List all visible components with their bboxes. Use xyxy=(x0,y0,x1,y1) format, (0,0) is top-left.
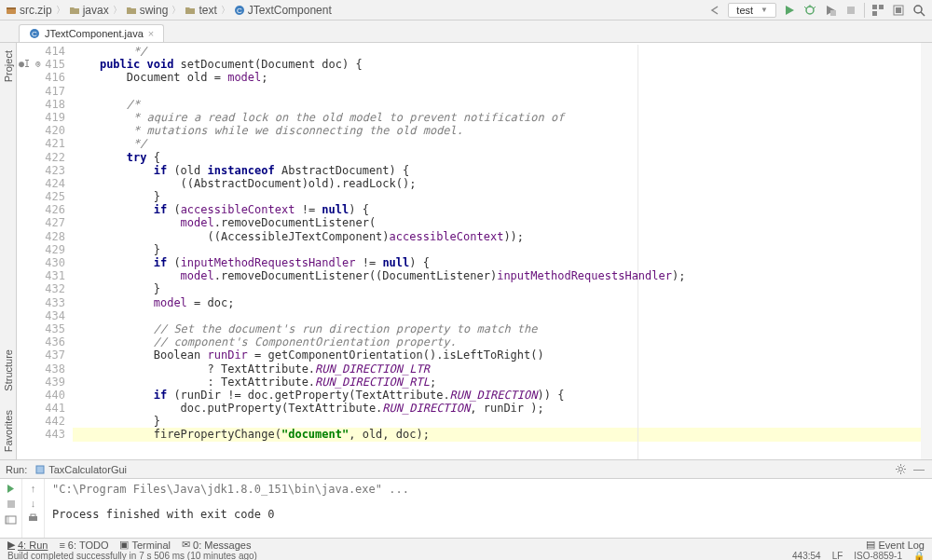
svg-text:C: C xyxy=(237,7,242,15)
breadcrumb-item[interactable]: C JTextComponent xyxy=(234,4,332,17)
chevron-right-icon: 〉 xyxy=(56,4,65,17)
svg-rect-11 xyxy=(879,5,884,9)
status-message: Build completed successfully in 7 s 506 … xyxy=(7,551,257,561)
run-controls: ↑ ↓ xyxy=(0,479,45,538)
svg-point-20 xyxy=(898,468,902,471)
chevron-right-icon: 〉 xyxy=(171,4,181,17)
svg-rect-14 xyxy=(896,7,901,13)
svg-rect-9 xyxy=(847,7,855,14)
breadcrumb-label: text xyxy=(199,4,216,17)
navigation-bar: src.zip 〉 javax 〉 swing 〉 text 〉 C JText… xyxy=(0,0,932,20)
run-icon: ▶ xyxy=(7,539,15,551)
run-header: Run: TaxCalculatorGui — xyxy=(0,460,932,479)
stop-button[interactable] xyxy=(843,3,858,18)
favorites-tool-tab[interactable]: Favorites xyxy=(1,403,16,459)
line-numbers: 414415●I ⊚416417418419420421422423424425… xyxy=(17,43,73,459)
todo-tab[interactable]: ≡6: TODO xyxy=(59,540,108,551)
breadcrumb-item[interactable]: text xyxy=(185,4,216,17)
breadcrumb-label: javax xyxy=(83,4,109,17)
breadcrumb-item[interactable]: src.zip xyxy=(6,4,52,17)
toolbar-right: test▼ xyxy=(707,3,926,18)
app-icon xyxy=(34,464,46,475)
svg-rect-8 xyxy=(830,10,836,16)
run-config-label: test xyxy=(736,5,753,16)
svg-rect-23 xyxy=(6,516,9,524)
close-icon[interactable]: × xyxy=(148,28,154,39)
run-tool-window: Run: TaxCalculatorGui — ↑ ↓ "C:\Program … xyxy=(0,459,932,538)
gear-icon[interactable] xyxy=(893,462,908,477)
debug-button[interactable] xyxy=(802,3,817,18)
svg-rect-12 xyxy=(872,11,877,16)
breadcrumb-item[interactable]: swing xyxy=(126,4,169,17)
svg-point-15 xyxy=(914,6,922,13)
status-bar: Build completed successfully in 7 s 506 … xyxy=(0,551,932,560)
line-separator[interactable]: LF xyxy=(832,551,843,561)
run-button[interactable] xyxy=(782,3,797,18)
output-line: "C:\Program Files\Java\jdk1.8.0_151\bin\… xyxy=(52,483,925,497)
down-arrow-icon[interactable]: ↓ xyxy=(31,498,36,509)
svg-line-6 xyxy=(804,7,806,8)
rerun-button[interactable] xyxy=(5,483,17,495)
run-label: Run: xyxy=(6,464,27,475)
file-encoding[interactable]: ISO-8859-1 xyxy=(854,551,902,561)
run-tab[interactable]: ▶4: Run xyxy=(7,539,48,551)
separator xyxy=(864,3,865,18)
print-icon[interactable] xyxy=(27,512,39,525)
search-icon[interactable] xyxy=(911,3,926,18)
scrollbar[interactable] xyxy=(921,43,932,459)
chevron-right-icon: 〉 xyxy=(113,4,122,17)
todo-icon: ≡ xyxy=(59,540,64,551)
svg-line-16 xyxy=(921,12,925,16)
structure-tool-tab[interactable]: Structure xyxy=(1,342,16,399)
chevron-down-icon: ▼ xyxy=(761,6,768,14)
left-tool-window-bar: Project Structure Favorites xyxy=(0,43,17,459)
log-icon: ▤ xyxy=(866,539,875,551)
breadcrumb-label: JTextComponent xyxy=(248,4,332,17)
coverage-button[interactable] xyxy=(823,3,838,18)
svg-rect-1 xyxy=(7,7,16,9)
messages-icon: ✉ xyxy=(182,539,190,551)
editor-tabs-bar: C JTextComponent.java × xyxy=(0,20,932,43)
cursor-position[interactable]: 443:54 xyxy=(792,551,821,561)
restore-layout-icon[interactable] xyxy=(5,513,17,526)
run-config-dropdown[interactable]: test▼ xyxy=(728,3,776,18)
breadcrumb-item[interactable]: javax xyxy=(69,4,109,17)
chevron-right-icon: 〉 xyxy=(221,4,230,17)
project-tool-tab[interactable]: Project xyxy=(1,43,16,89)
class-icon: C xyxy=(29,28,40,39)
folder-icon xyxy=(126,5,137,16)
run-config-label: TaxCalculatorGui xyxy=(48,464,127,475)
breadcrumb: src.zip 〉 javax 〉 swing 〉 text 〉 C JText… xyxy=(6,4,707,17)
back-arrow-icon[interactable] xyxy=(707,3,722,18)
minimize-icon[interactable]: — xyxy=(911,462,926,477)
svg-rect-19 xyxy=(36,466,44,473)
messages-tab[interactable]: ✉0: Messages xyxy=(182,539,251,551)
svg-line-7 xyxy=(814,7,816,8)
right-margin-line xyxy=(637,45,638,459)
terminal-tab[interactable]: ▣Terminal xyxy=(119,539,171,551)
output-line: Process finished with exit code 0 xyxy=(52,508,925,522)
bottom-tool-window-bar: ▶4: Run ≡6: TODO ▣Terminal ✉0: Messages … xyxy=(0,538,932,551)
terminal-icon: ▣ xyxy=(119,539,129,551)
archive-icon xyxy=(6,5,17,16)
editor-tab[interactable]: C JTextComponent.java × xyxy=(19,24,164,42)
editor[interactable]: 414415●I ⊚416417418419420421422423424425… xyxy=(17,43,932,459)
tab-label: JTextComponent.java xyxy=(45,28,144,39)
svg-rect-10 xyxy=(872,5,877,9)
project-structure-icon[interactable] xyxy=(870,3,885,18)
up-arrow-icon[interactable]: ↑ xyxy=(31,483,36,494)
class-icon: C xyxy=(234,5,245,16)
code-content[interactable]: */ public void setDocument(Document doc)… xyxy=(73,43,932,459)
stop-button[interactable] xyxy=(6,499,17,510)
run-config-name[interactable]: TaxCalculatorGui xyxy=(34,464,127,475)
folder-icon xyxy=(69,5,80,16)
run-body: ↑ ↓ "C:\Program Files\Java\jdk1.8.0_151\… xyxy=(0,479,932,538)
svg-rect-21 xyxy=(7,500,15,508)
event-log-tab[interactable]: ▤Event Log xyxy=(866,539,925,551)
console-output[interactable]: "C:\Program Files\Java\jdk1.8.0_151\bin\… xyxy=(45,479,932,538)
lock-icon[interactable]: 🔒 xyxy=(913,551,925,561)
breadcrumb-label: swing xyxy=(140,4,169,17)
settings-icon[interactable] xyxy=(891,3,906,18)
breadcrumb-label: src.zip xyxy=(20,4,52,17)
svg-rect-25 xyxy=(31,514,35,517)
